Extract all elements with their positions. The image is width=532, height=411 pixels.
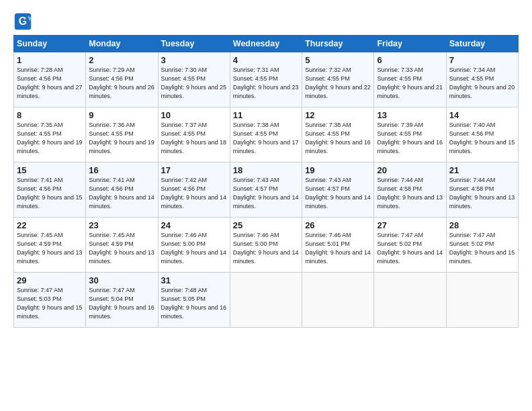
header-thursday: Thursday <box>302 36 374 52</box>
calendar-cell: 16Sunrise: 7:41 AMSunset: 4:56 PMDayligh… <box>86 163 158 218</box>
calendar-cell: 24Sunrise: 7:46 AMSunset: 5:00 PMDayligh… <box>158 218 230 273</box>
day-number: 2 <box>89 55 154 65</box>
calendar-cell: 5Sunrise: 7:32 AMSunset: 4:55 PMDaylight… <box>302 52 374 107</box>
day-number: 17 <box>161 165 227 175</box>
day-number: 26 <box>305 220 371 230</box>
day-number: 30 <box>89 275 154 285</box>
header-monday: Monday <box>86 36 158 52</box>
day-info: Sunrise: 7:46 AMSunset: 5:00 PMDaylight:… <box>161 231 227 266</box>
calendar-cell: 28Sunrise: 7:47 AMSunset: 5:02 PMDayligh… <box>446 218 518 273</box>
day-number: 25 <box>233 220 299 230</box>
calendar-cell: 31Sunrise: 7:48 AMSunset: 5:05 PMDayligh… <box>158 273 230 328</box>
calendar-cell: 26Sunrise: 7:46 AMSunset: 5:01 PMDayligh… <box>302 218 374 273</box>
calendar-cell: 25Sunrise: 7:46 AMSunset: 5:00 PMDayligh… <box>230 218 302 273</box>
calendar-cell: 6Sunrise: 7:33 AMSunset: 4:55 PMDaylight… <box>374 52 446 107</box>
day-info: Sunrise: 7:37 AMSunset: 4:55 PMDaylight:… <box>161 121 227 156</box>
day-info: Sunrise: 7:48 AMSunset: 5:05 PMDaylight:… <box>161 286 227 321</box>
day-number: 18 <box>233 165 299 175</box>
calendar-cell: 9Sunrise: 7:36 AMSunset: 4:55 PMDaylight… <box>86 107 158 163</box>
calendar-cell: 27Sunrise: 7:47 AMSunset: 5:02 PMDayligh… <box>374 218 446 273</box>
day-info: Sunrise: 7:43 AMSunset: 4:57 PMDaylight:… <box>305 176 371 211</box>
day-number: 8 <box>17 110 83 120</box>
day-number: 22 <box>17 220 83 230</box>
calendar-cell <box>230 273 302 328</box>
day-info: Sunrise: 7:47 AMSunset: 5:02 PMDaylight:… <box>449 231 515 266</box>
day-number: 19 <box>305 165 371 175</box>
day-info: Sunrise: 7:30 AMSunset: 4:55 PMDaylight:… <box>161 66 227 101</box>
calendar-cell: 18Sunrise: 7:43 AMSunset: 4:57 PMDayligh… <box>230 163 302 218</box>
day-number: 1 <box>17 55 83 65</box>
day-info: Sunrise: 7:47 AMSunset: 5:04 PMDaylight:… <box>89 286 154 321</box>
calendar-week-row: 1Sunrise: 7:28 AMSunset: 4:56 PMDaylight… <box>14 52 519 107</box>
calendar-cell <box>302 273 374 328</box>
day-info: Sunrise: 7:44 AMSunset: 4:58 PMDaylight:… <box>377 176 443 211</box>
day-number: 28 <box>449 220 515 230</box>
calendar-cell <box>374 273 446 328</box>
calendar-cell: 7Sunrise: 7:34 AMSunset: 4:55 PMDaylight… <box>446 52 518 107</box>
day-number: 29 <box>17 275 83 285</box>
calendar-cell: 15Sunrise: 7:41 AMSunset: 4:56 PMDayligh… <box>14 163 86 218</box>
day-info: Sunrise: 7:45 AMSunset: 4:59 PMDaylight:… <box>89 231 154 266</box>
calendar-table: SundayMondayTuesdayWednesdayThursdayFrid… <box>13 35 519 328</box>
day-info: Sunrise: 7:36 AMSunset: 4:55 PMDaylight:… <box>89 121 154 156</box>
day-number: 23 <box>89 220 154 230</box>
calendar-cell: 23Sunrise: 7:45 AMSunset: 4:59 PMDayligh… <box>86 218 158 273</box>
day-info: Sunrise: 7:42 AMSunset: 4:56 PMDaylight:… <box>161 176 227 211</box>
calendar-week-row: 29Sunrise: 7:47 AMSunset: 5:03 PMDayligh… <box>14 273 519 328</box>
day-number: 3 <box>161 55 227 65</box>
calendar-cell: 14Sunrise: 7:40 AMSunset: 4:56 PMDayligh… <box>446 107 518 163</box>
day-info: Sunrise: 7:47 AMSunset: 5:02 PMDaylight:… <box>377 231 443 266</box>
day-info: Sunrise: 7:33 AMSunset: 4:55 PMDaylight:… <box>377 66 443 101</box>
logo-icon: G <box>13 12 32 31</box>
day-info: Sunrise: 7:29 AMSunset: 4:56 PMDaylight:… <box>89 66 154 101</box>
calendar-page: G SundayMondayTuesdayWednesdayThursdayFr… <box>0 0 532 334</box>
calendar-cell: 17Sunrise: 7:42 AMSunset: 4:56 PMDayligh… <box>158 163 230 218</box>
header-saturday: Saturday <box>446 36 518 52</box>
day-info: Sunrise: 7:28 AMSunset: 4:56 PMDaylight:… <box>17 66 83 101</box>
calendar-cell: 2Sunrise: 7:29 AMSunset: 4:56 PMDaylight… <box>86 52 158 107</box>
day-info: Sunrise: 7:38 AMSunset: 4:55 PMDaylight:… <box>305 121 371 156</box>
day-info: Sunrise: 7:31 AMSunset: 4:55 PMDaylight:… <box>233 66 299 101</box>
day-info: Sunrise: 7:46 AMSunset: 5:01 PMDaylight:… <box>305 231 371 266</box>
day-info: Sunrise: 7:43 AMSunset: 4:57 PMDaylight:… <box>233 176 299 211</box>
logo: G <box>13 12 35 31</box>
day-info: Sunrise: 7:45 AMSunset: 4:59 PMDaylight:… <box>17 231 83 266</box>
calendar-cell: 20Sunrise: 7:44 AMSunset: 4:58 PMDayligh… <box>374 163 446 218</box>
day-info: Sunrise: 7:44 AMSunset: 4:58 PMDaylight:… <box>449 176 515 211</box>
day-number: 24 <box>161 220 227 230</box>
day-number: 4 <box>233 55 299 65</box>
day-number: 9 <box>89 110 154 120</box>
day-info: Sunrise: 7:46 AMSunset: 5:00 PMDaylight:… <box>233 231 299 266</box>
day-number: 6 <box>377 55 443 65</box>
day-number: 20 <box>377 165 443 175</box>
calendar-week-row: 8Sunrise: 7:35 AMSunset: 4:55 PMDaylight… <box>14 107 519 163</box>
header-tuesday: Tuesday <box>158 36 230 52</box>
day-number: 7 <box>449 55 515 65</box>
day-number: 31 <box>161 275 227 285</box>
day-info: Sunrise: 7:41 AMSunset: 4:56 PMDaylight:… <box>17 176 83 211</box>
day-number: 10 <box>161 110 227 120</box>
calendar-cell: 3Sunrise: 7:30 AMSunset: 4:55 PMDaylight… <box>158 52 230 107</box>
calendar-cell: 4Sunrise: 7:31 AMSunset: 4:55 PMDaylight… <box>230 52 302 107</box>
header-friday: Friday <box>374 36 446 52</box>
calendar-cell: 19Sunrise: 7:43 AMSunset: 4:57 PMDayligh… <box>302 163 374 218</box>
calendar-cell: 12Sunrise: 7:38 AMSunset: 4:55 PMDayligh… <box>302 107 374 163</box>
day-number: 5 <box>305 55 371 65</box>
header: G <box>13 12 519 31</box>
day-info: Sunrise: 7:39 AMSunset: 4:55 PMDaylight:… <box>377 121 443 156</box>
header-wednesday: Wednesday <box>230 36 302 52</box>
calendar-cell: 13Sunrise: 7:39 AMSunset: 4:55 PMDayligh… <box>374 107 446 163</box>
day-number: 12 <box>305 110 371 120</box>
calendar-cell: 30Sunrise: 7:47 AMSunset: 5:04 PMDayligh… <box>86 273 158 328</box>
header-sunday: Sunday <box>14 36 86 52</box>
calendar-cell: 10Sunrise: 7:37 AMSunset: 4:55 PMDayligh… <box>158 107 230 163</box>
calendar-cell <box>446 273 518 328</box>
day-number: 15 <box>17 165 83 175</box>
day-number: 13 <box>377 110 443 120</box>
day-info: Sunrise: 7:40 AMSunset: 4:56 PMDaylight:… <box>449 121 515 156</box>
day-info: Sunrise: 7:32 AMSunset: 4:55 PMDaylight:… <box>305 66 371 101</box>
svg-text:G: G <box>19 15 27 27</box>
day-number: 21 <box>449 165 515 175</box>
day-number: 16 <box>89 165 154 175</box>
calendar-week-row: 22Sunrise: 7:45 AMSunset: 4:59 PMDayligh… <box>14 218 519 273</box>
